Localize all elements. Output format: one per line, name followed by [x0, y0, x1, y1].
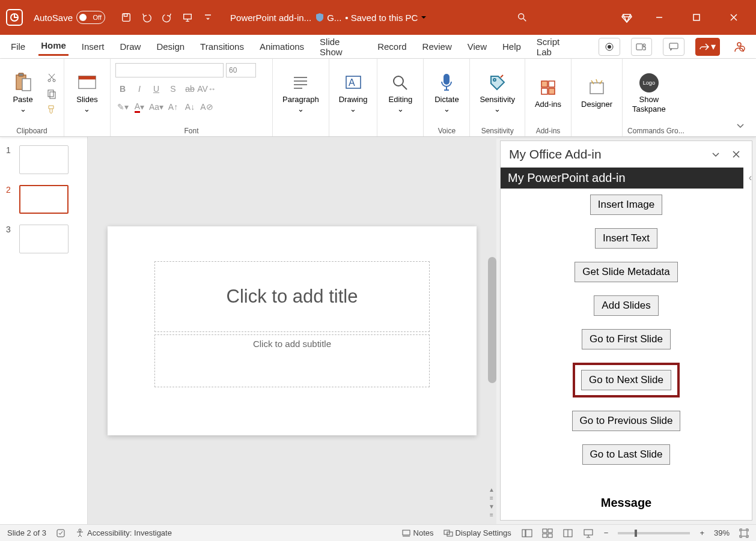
shadow-button[interactable]: S — [166, 82, 180, 95]
vertical-scrollbar[interactable] — [488, 257, 496, 383]
taskpane-close-icon[interactable] — [729, 147, 743, 162]
go-previous-slide-button[interactable]: Go to Previous Slide — [572, 411, 681, 431]
autosave-toggle[interactable]: Off — [76, 11, 105, 24]
editing-button[interactable]: Editing⌄ — [382, 71, 418, 116]
nav-down-double-icon[interactable]: ≡ — [487, 511, 496, 518]
nav-up-double-icon[interactable]: ≡ — [487, 494, 496, 501]
copy-icon[interactable] — [44, 86, 59, 101]
tab-draw[interactable]: Draw — [117, 39, 143, 54]
ribbon-label-font: Font — [115, 125, 267, 135]
slide-canvas[interactable]: Click to add title Click to add subtitle — [108, 226, 477, 435]
message-heading: Message — [601, 496, 652, 510]
account-icon[interactable] — [731, 41, 748, 53]
display-settings-button[interactable]: Display Settings — [444, 528, 511, 537]
tab-view[interactable]: View — [465, 39, 489, 54]
accessibility-button[interactable]: Accessibility: Investigate — [75, 528, 172, 538]
get-metadata-button[interactable]: Get Slide Metadata — [575, 262, 678, 282]
normal-view-button[interactable] — [521, 528, 533, 539]
tab-home[interactable]: Home — [38, 38, 69, 56]
go-last-slide-button[interactable]: Go to Last Slide — [582, 444, 671, 465]
maximize-button[interactable] — [687, 8, 706, 26]
share-button[interactable]: ▾ — [695, 38, 720, 56]
taskpane-dropdown-icon[interactable] — [709, 147, 723, 162]
charspacing-button[interactable]: AV↔ — [200, 82, 214, 95]
tab-transitions[interactable]: Transitions — [198, 39, 246, 54]
go-first-slide-button[interactable]: Go to First Slide — [582, 329, 671, 349]
sorter-view-button[interactable] — [541, 528, 553, 539]
highlight-button[interactable]: ✎▾ — [115, 100, 130, 113]
tab-design[interactable]: Design — [154, 39, 187, 54]
drawing-button[interactable]: A Drawing⌄ — [334, 71, 373, 116]
reading-view-button[interactable] — [562, 528, 574, 539]
collapse-ribbon-icon[interactable] — [736, 121, 745, 130]
redo-icon[interactable] — [158, 8, 176, 26]
slides-button[interactable]: Slides⌄ — [69, 71, 105, 116]
addins-button[interactable]: Add-ins — [530, 76, 566, 112]
svg-rect-38 — [526, 530, 532, 537]
qat-more-icon[interactable] — [199, 8, 217, 26]
slide-thumb-2[interactable]: 2 — [0, 183, 87, 222]
insert-text-button[interactable]: Insert Text — [595, 228, 657, 249]
teams-button[interactable] — [631, 38, 653, 56]
tab-help[interactable]: Help — [500, 39, 523, 54]
diamond-icon[interactable] — [618, 8, 636, 26]
changecase-button[interactable]: Aa▾ — [149, 100, 163, 113]
slide-thumb-3[interactable]: 3 — [0, 222, 87, 262]
slide-counter[interactable]: Slide 2 of 3 — [7, 528, 46, 537]
tab-record[interactable]: Record — [375, 39, 409, 54]
zoom-level[interactable]: 39% — [714, 528, 730, 537]
subtitle-placeholder[interactable]: Click to add subtitle — [154, 334, 430, 387]
paragraph-button[interactable]: Paragraph⌄ — [278, 71, 324, 116]
app-icon — [6, 9, 23, 26]
paragraph-icon — [291, 73, 310, 92]
nav-up-icon[interactable]: ▲ — [487, 486, 496, 493]
slideshow-view-button[interactable] — [582, 528, 594, 539]
fontcolor-button[interactable]: A▾ — [132, 100, 147, 113]
undo-icon[interactable] — [138, 8, 156, 26]
zoom-out-button[interactable]: − — [604, 528, 609, 537]
strike-button[interactable]: ab — [183, 82, 197, 95]
tab-scriptlab[interactable]: Script Lab — [534, 34, 577, 59]
slide-thumb-1[interactable]: 1 — [0, 143, 87, 183]
dictate-button[interactable]: Dictate⌄ — [428, 71, 465, 116]
nav-down-icon[interactable]: ▼ — [487, 503, 496, 510]
go-next-slide-button[interactable]: Go to Next Slide — [581, 370, 671, 390]
font-name-input[interactable] — [115, 63, 224, 77]
search-icon[interactable] — [513, 8, 531, 26]
insert-image-button[interactable]: Insert Image — [590, 195, 663, 215]
font-size-input[interactable]: 60 — [226, 63, 256, 77]
close-button[interactable] — [725, 8, 743, 26]
zoom-slider[interactable] — [618, 532, 690, 534]
minimize-button[interactable] — [650, 8, 668, 26]
title-placeholder[interactable]: Click to add title — [154, 261, 430, 332]
paste-button[interactable]: Paste⌄ — [5, 71, 41, 116]
shrink-font-button[interactable]: A↓ — [183, 100, 197, 113]
tab-animations[interactable]: Animations — [257, 39, 306, 54]
italic-button[interactable]: I — [132, 82, 147, 95]
grow-font-button[interactable]: A↑ — [166, 100, 180, 113]
cut-icon[interactable] — [44, 71, 59, 85]
notes-button[interactable]: Notes — [401, 528, 434, 537]
comments-button[interactable] — [663, 38, 684, 56]
designer-button[interactable]: Designer — [576, 76, 617, 112]
clear-format-button[interactable]: A⊘ — [200, 100, 214, 113]
sensitivity-button[interactable]: Sensitivity⌄ — [475, 71, 520, 116]
show-taskpane-button[interactable]: Logo Show Taskpane — [627, 71, 671, 116]
spellcheck-button[interactable] — [56, 528, 66, 538]
tab-review[interactable]: Review — [420, 39, 454, 54]
svg-point-24 — [394, 76, 403, 86]
zoom-in-button[interactable]: + — [700, 528, 704, 537]
ribbon-label-editing — [382, 125, 418, 135]
bold-button[interactable]: B — [115, 82, 130, 95]
tab-insert[interactable]: Insert — [79, 39, 107, 54]
fit-to-window-button[interactable] — [739, 528, 749, 538]
underline-button[interactable]: U — [149, 82, 163, 95]
format-painter-icon[interactable] — [44, 102, 59, 116]
tab-slideshow[interactable]: Slide Show — [317, 34, 364, 59]
record-button[interactable] — [599, 38, 620, 56]
add-slides-button[interactable]: Add Slides — [594, 295, 658, 316]
save-status[interactable]: • Saved to this PC — [345, 13, 427, 23]
tab-file[interactable]: File — [8, 39, 28, 54]
present-from-beginning-icon[interactable] — [178, 8, 197, 26]
save-icon[interactable] — [117, 8, 135, 26]
